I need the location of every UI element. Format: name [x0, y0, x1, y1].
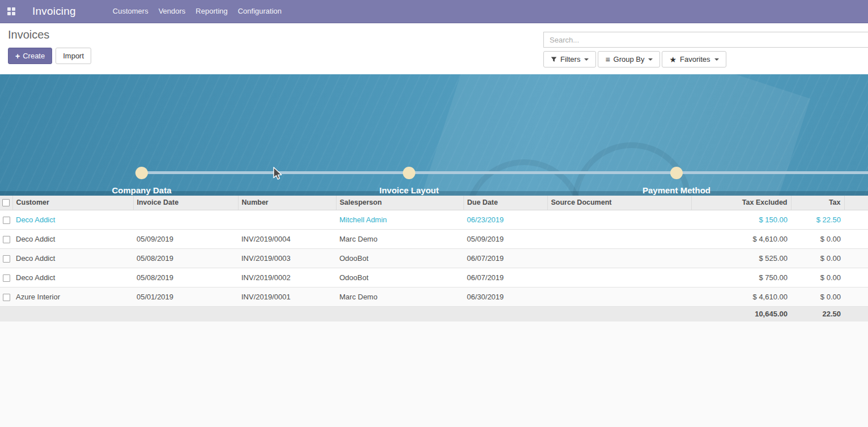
group-by-button-label: Group By — [614, 55, 645, 64]
row-checkbox[interactable] — [3, 274, 10, 282]
cell-tax-excluded[interactable]: $ 4,610.00 — [691, 287, 791, 306]
cell-number[interactable]: INV/2019/0002 — [238, 268, 336, 287]
row-checkbox[interactable] — [3, 236, 10, 243]
create-button[interactable]: + Create — [8, 48, 52, 64]
cell-customer[interactable]: Deco Addict — [12, 210, 133, 229]
filters-button[interactable]: Filters — [543, 51, 596, 67]
cell-salesperson[interactable]: OdooBot — [336, 248, 463, 268]
timeline-dot-invoice-layout — [403, 167, 415, 179]
invoice-list: Customer Invoice Date Number Salesperson… — [0, 196, 868, 322]
timeline-dot-payment-method — [670, 167, 683, 179]
timeline-dot-company-data — [135, 167, 148, 179]
table-row[interactable]: Azure Interior 05/01/2019 INV/2019/0001 … — [0, 287, 868, 306]
cell-invoice-date[interactable]: 05/09/2019 — [133, 229, 238, 248]
cell-number[interactable]: INV/2019/0001 — [238, 287, 336, 306]
group-by-icon: ≡ — [605, 56, 610, 64]
caret-down-icon — [648, 58, 653, 61]
page-title: Invoices — [8, 28, 91, 41]
header-spacer — [844, 196, 868, 210]
create-button-label: Create — [23, 52, 45, 60]
caret-down-icon — [714, 58, 719, 61]
column-header-due-date[interactable]: Due Date — [463, 196, 547, 210]
onboarding-step-invoice-layout: Invoice Layout Customize the look of you… — [347, 185, 471, 196]
column-header-source-document[interactable]: Source Document — [547, 196, 691, 210]
cell-invoice-date[interactable]: 05/08/2019 — [133, 248, 238, 268]
menu-vendors[interactable]: Vendors — [154, 0, 191, 23]
cell-invoice-date[interactable] — [133, 210, 238, 229]
select-all-checkbox[interactable] — [2, 199, 10, 206]
control-panel: Invoices + Create Import Filters ≡ Grou — [0, 23, 868, 74]
cell-salesperson[interactable]: Marc Demo — [336, 229, 463, 248]
filters-button-label: Filters — [560, 55, 580, 64]
cell-source-document[interactable] — [547, 268, 691, 287]
column-header-salesperson[interactable]: Salesperson — [336, 196, 463, 210]
table-row[interactable]: Deco Addict 05/08/2019 INV/2019/0002 Odo… — [0, 268, 868, 287]
plus-icon: + — [15, 52, 20, 61]
cell-tax-excluded[interactable]: $ 525.00 — [691, 248, 791, 268]
column-header-customer[interactable]: Customer — [12, 196, 133, 210]
total-tax-excluded: 10,645.00 — [691, 306, 791, 322]
import-button[interactable]: Import — [56, 48, 91, 64]
row-checkbox[interactable] — [3, 255, 10, 263]
cell-salesperson[interactable]: Mitchell Admin — [336, 210, 463, 229]
group-by-button[interactable]: ≡ Group By — [598, 51, 660, 67]
menu-customers[interactable]: Customers — [108, 0, 154, 23]
search-input[interactable] — [543, 32, 868, 48]
cell-customer[interactable]: Deco Addict — [12, 229, 133, 248]
cell-invoice-date[interactable]: 05/01/2019 — [133, 287, 238, 306]
cell-tax-excluded[interactable]: $ 150.00 — [691, 210, 791, 229]
apps-grid-icon[interactable] — [4, 4, 19, 19]
cell-number[interactable]: INV/2019/0003 — [238, 248, 336, 268]
row-checkbox[interactable] — [3, 217, 10, 224]
row-checkbox[interactable] — [3, 294, 10, 301]
cell-due-date[interactable]: 06/07/2019 — [463, 248, 547, 268]
onboarding-timeline — [142, 171, 868, 174]
cell-tax[interactable]: $ 22.50 — [791, 210, 844, 229]
total-tax: 22.50 — [791, 306, 844, 322]
onboarding-step-company-data: Company Data Set your company's data for… — [79, 185, 204, 196]
select-all-checkbox-cell[interactable] — [0, 196, 12, 210]
table-row[interactable]: Deco Addict 05/09/2019 INV/2019/0004 Mar… — [0, 229, 868, 248]
cell-invoice-date[interactable]: 05/08/2019 — [133, 268, 238, 287]
column-header-invoice-date[interactable]: Invoice Date — [133, 196, 238, 210]
cell-source-document[interactable] — [547, 229, 691, 248]
menu-reporting[interactable]: Reporting — [190, 0, 232, 23]
step-title: Invoice Layout — [379, 185, 439, 195]
menu-configuration[interactable]: Configuration — [233, 0, 287, 23]
cell-tax-excluded[interactable]: $ 4,610.00 — [691, 229, 791, 248]
column-header-tax-excluded[interactable]: Tax Excluded — [691, 196, 791, 210]
cell-due-date[interactable]: 05/09/2019 — [463, 229, 547, 248]
cell-customer[interactable]: Deco Addict — [12, 248, 133, 268]
cell-due-date[interactable]: 06/23/2019 — [463, 210, 547, 229]
cell-number[interactable] — [238, 210, 336, 229]
caret-down-icon — [584, 58, 589, 61]
cell-source-document[interactable] — [547, 287, 691, 306]
cell-tax[interactable]: $ 0.00 — [791, 268, 844, 287]
cell-due-date[interactable]: 06/30/2019 — [463, 287, 547, 306]
import-button-label: Import — [63, 52, 84, 60]
cell-customer[interactable]: Azure Interior — [12, 287, 133, 306]
cell-tax-excluded[interactable]: $ 750.00 — [691, 268, 791, 287]
cell-number[interactable]: INV/2019/0004 — [238, 229, 336, 248]
favorites-button-label: Favorites — [680, 55, 710, 64]
cell-customer[interactable]: Deco Addict — [12, 268, 133, 287]
filter-funnel-icon — [551, 56, 557, 62]
cell-source-document[interactable] — [547, 210, 691, 229]
column-header-tax[interactable]: Tax — [791, 196, 844, 210]
column-header-number[interactable]: Number — [238, 196, 336, 210]
cell-tax[interactable]: $ 0.00 — [791, 287, 844, 306]
cell-salesperson[interactable]: OdooBot — [336, 268, 463, 287]
star-icon: ★ — [669, 56, 676, 64]
table-row[interactable]: Deco Addict 05/08/2019 INV/2019/0003 Odo… — [0, 248, 868, 268]
app-title[interactable]: Invoicing — [32, 5, 76, 18]
cell-tax[interactable]: $ 0.00 — [791, 229, 844, 248]
top-navbar: Invoicing Customers Vendors Reporting Co… — [0, 0, 868, 23]
favorites-button[interactable]: ★ Favorites — [662, 51, 726, 67]
onboarding-banner: Company Data Set your company's data for… — [0, 74, 868, 196]
cell-source-document[interactable] — [547, 248, 691, 268]
table-row[interactable]: Deco Addict Mitchell Admin 06/23/2019 $ … — [0, 210, 868, 229]
cell-salesperson[interactable]: Marc Demo — [336, 287, 463, 306]
step-title: Payment Method — [643, 185, 710, 195]
cell-due-date[interactable]: 06/07/2019 — [463, 268, 547, 287]
cell-tax[interactable]: $ 0.00 — [791, 248, 844, 268]
